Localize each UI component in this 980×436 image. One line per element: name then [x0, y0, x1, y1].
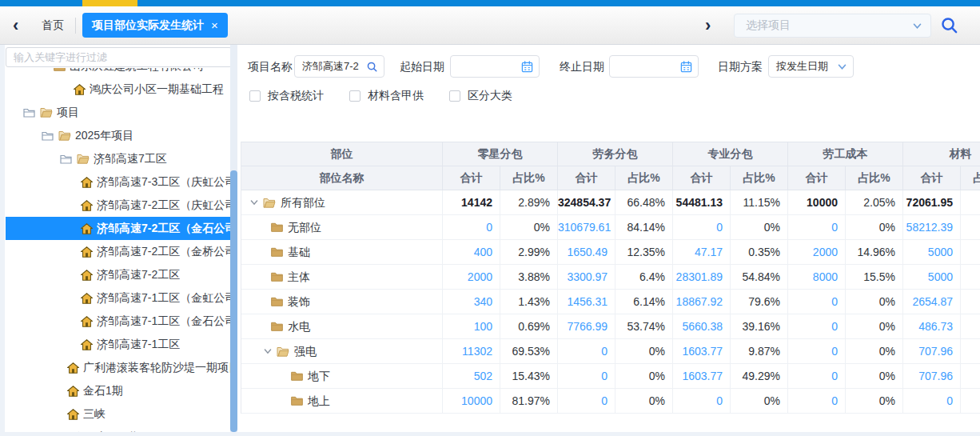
total-cell[interactable]: 707.96 [903, 364, 961, 388]
tree-item[interactable]: 鸿庆公司小区一期基础工程 [6, 78, 230, 101]
tree-scrollbar-thumb[interactable] [230, 170, 237, 432]
tab-close-icon[interactable]: × [211, 19, 218, 31]
tab-home[interactable]: 首页 [32, 6, 74, 45]
total-cell[interactable]: 0 [558, 364, 615, 388]
total-cell[interactable]: 2654.87 [903, 290, 961, 314]
tree-item[interactable]: 济邹高速7-3工区（庆虹公司） [6, 170, 230, 194]
percent-cell: 3.88% [500, 265, 558, 289]
tree-item[interactable]: 山东庆虹建筑工程有限公司 [6, 68, 230, 78]
percent-cell: 0% [731, 215, 788, 239]
tree-item[interactable]: 济邹高速7-1工区（金石公司） [6, 310, 230, 333]
tree-item[interactable]: 广利港滚装客轮防沙堤一期项目 [6, 356, 230, 379]
checkbox-material-owner-supplied[interactable]: 材料含甲供 [349, 89, 424, 103]
tree-item[interactable]: 济邹高速7-2工区 [6, 263, 230, 286]
date-scheme-value: 按发生日期 [769, 59, 837, 74]
total-cell[interactable]: 58212.39 [903, 215, 961, 239]
total-cell[interactable]: 502 [443, 364, 500, 388]
total-cell[interactable]: 10000 [443, 389, 500, 413]
percent-cell [961, 240, 980, 264]
tree-item[interactable]: 济邹高速7工区 [6, 147, 230, 170]
chevron-down-icon[interactable] [263, 346, 273, 356]
nav-back-chevron-icon[interactable]: ‹ [13, 6, 18, 45]
tree-item[interactable]: 济邹高速7-1工区 [6, 333, 230, 356]
tree-item[interactable]: 济邹高速7-2工区（庆虹公司） [6, 194, 230, 217]
calendar-icon[interactable] [680, 61, 692, 73]
expander-folder-icon[interactable] [42, 131, 54, 141]
folder-icon [291, 371, 303, 381]
total-cell[interactable]: 0 [788, 215, 846, 239]
tab-active[interactable]: 项目部位实际发生统计 × [82, 13, 228, 38]
tree-item[interactable]: 金石1期 [6, 379, 230, 402]
tree-filter-input[interactable] [6, 47, 232, 67]
total-cell[interactable]: 310679.61 [558, 215, 615, 239]
total-cell[interactable]: 8000 [788, 265, 846, 289]
checkbox-split-categories[interactable]: 区分大类 [449, 89, 512, 103]
end-date-input[interactable] [609, 55, 699, 78]
checkbox-icon[interactable] [349, 90, 361, 102]
tree-item-label: 济邹高速7工区 [94, 152, 167, 166]
tree-item[interactable]: 三峡 [6, 402, 230, 426]
total-cell[interactable]: 0 [673, 389, 731, 413]
expander-folder-icon[interactable] [23, 108, 35, 118]
column-header: 合计 [558, 166, 615, 190]
tree-item[interactable]: 项目 [6, 101, 230, 124]
house-icon [81, 246, 93, 258]
folder-icon [291, 396, 303, 406]
total-cell[interactable]: 18867.92 [673, 290, 731, 314]
total-cell[interactable]: 0 [673, 215, 731, 239]
total-cell[interactable]: 486.73 [903, 314, 961, 338]
total-cell[interactable]: 0 [558, 339, 615, 363]
total-cell[interactable]: 1603.77 [673, 364, 731, 388]
project-name-input[interactable]: 济邹高速7-2 [294, 55, 384, 78]
total-cell[interactable]: 0 [788, 290, 846, 314]
total-cell[interactable]: 0 [558, 389, 615, 413]
total-cell[interactable]: 1650.49 [558, 240, 615, 264]
expander-folder-icon[interactable] [60, 154, 72, 164]
total-cell[interactable]: 47.17 [673, 240, 731, 264]
total-cell[interactable]: 3300.97 [558, 265, 615, 289]
total-cell[interactable]: 0 [903, 389, 961, 413]
total-cell[interactable]: 0 [788, 389, 846, 413]
checkbox-icon[interactable] [249, 90, 261, 102]
total-cell[interactable]: 1456.31 [558, 290, 615, 314]
total-cell[interactable]: 2000 [788, 240, 846, 264]
total-cell[interactable]: 0 [788, 314, 846, 338]
date-scheme-select[interactable]: 按发生日期 [768, 55, 854, 78]
project-select[interactable]: 选择项目 [734, 14, 931, 38]
total-cell: 10000 [788, 190, 846, 214]
total-cell[interactable]: 2000 [443, 265, 500, 289]
calendar-icon[interactable] [521, 61, 533, 73]
total-cell[interactable]: 7766.99 [558, 314, 615, 338]
checkbox-tax-included[interactable]: 按含税统计 [249, 89, 324, 103]
search-icon[interactable] [938, 14, 959, 35]
nav-forward-chevron-icon[interactable]: › [705, 6, 711, 45]
total-cell[interactable]: 0 [788, 364, 846, 388]
percent-cell: 0% [846, 215, 903, 239]
tree-item[interactable]: 济邹高速7-2工区（金桥公司） [6, 240, 230, 263]
total-cell[interactable]: 5660.38 [673, 314, 731, 338]
tree-item[interactable]: 济邹高速7-2工区（金石公司） [6, 217, 230, 240]
total-cell[interactable]: 400 [443, 240, 500, 264]
folder-open-icon [263, 198, 276, 208]
total-cell[interactable]: 11302 [443, 339, 500, 363]
tree-item[interactable]: 济邹高速7-1工区（金虹公司） [6, 286, 230, 310]
tree-item-label: 济邹高速7-2工区（庆虹公司） [97, 198, 230, 213]
part-name-cell: 主体 [241, 265, 443, 289]
total-cell[interactable]: 5000 [903, 265, 961, 289]
percent-cell: 0% [615, 389, 673, 413]
total-cell: 14142 [443, 190, 500, 214]
tree-item[interactable]: 金石大厦二期 [6, 426, 230, 432]
search-icon[interactable] [366, 61, 378, 73]
total-cell[interactable]: 0 [443, 215, 500, 239]
total-cell[interactable]: 340 [443, 290, 500, 314]
tree-item[interactable]: 2025年项目 [6, 124, 230, 147]
start-date-input[interactable] [450, 55, 540, 78]
total-cell[interactable]: 5000 [903, 240, 961, 264]
checkbox-icon[interactable] [449, 90, 460, 102]
total-cell[interactable]: 100 [443, 314, 500, 338]
chevron-down-icon[interactable] [249, 198, 259, 207]
total-cell[interactable]: 1603.77 [673, 339, 731, 363]
total-cell[interactable]: 28301.89 [673, 265, 731, 289]
total-cell[interactable]: 0 [788, 339, 846, 363]
total-cell[interactable]: 707.96 [903, 339, 961, 363]
